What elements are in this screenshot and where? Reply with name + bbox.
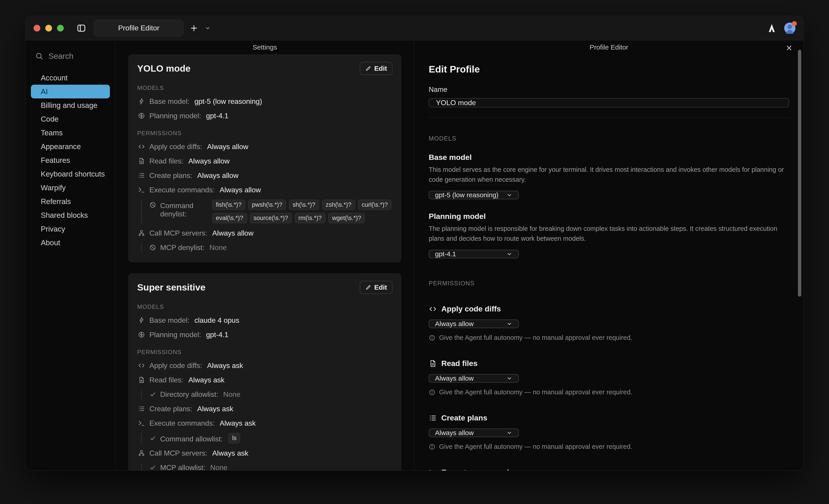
sidebar-item-about[interactable]: About — [26, 236, 115, 250]
edit-button-label: Edit — [374, 65, 387, 72]
tab-list-chevron-icon[interactable] — [205, 25, 211, 31]
sidebar-item-ai[interactable]: AI — [31, 85, 110, 99]
models-section-label: MODELS — [137, 303, 392, 310]
sidebar-item-teams[interactable]: Teams — [26, 126, 115, 140]
base-model-row: Base model: gpt-5 (low reasoning) — [137, 97, 392, 106]
permission-row: Read files: Always allow — [137, 156, 392, 166]
permission-row: Call MCP servers: Always ask — [137, 448, 392, 458]
planning-model-select[interactable]: gpt-4.1 — [429, 250, 519, 258]
tab-title: Profile Editor — [118, 24, 159, 32]
avatar-person-body — [786, 30, 793, 34]
sidebar-item-features[interactable]: Features — [26, 153, 115, 167]
command-allowlist-row: Command allowlist: ls — [141, 433, 392, 443]
regex-chip: source(\s.*)? — [250, 213, 292, 223]
profile-card-title: YOLO mode — [137, 62, 190, 74]
sidebar-nav: Account AI Billing and usage Code Teams … — [26, 71, 115, 250]
brain-icon — [137, 331, 146, 338]
settings-scroll-area[interactable]: YOLO mode Edit MODELS Base model: gpt-5 … — [128, 54, 401, 470]
profile-card-super-sensitive: Super sensitive Edit MODELS Base model: … — [128, 273, 401, 470]
sidebar-item-privacy[interactable]: Privacy — [26, 222, 115, 236]
command-allowlist-chips: ls — [228, 433, 240, 443]
app-window: Profile Editor Account AI Billing and us… — [25, 16, 804, 471]
base-model-value: gpt-5 (low reasoning) — [194, 97, 262, 106]
sidebar-search[interactable] — [26, 51, 115, 61]
brain-icon — [137, 112, 146, 119]
window-controls — [34, 25, 64, 32]
new-tab-button[interactable] — [189, 24, 199, 33]
create-plans-select[interactable]: Always allow — [429, 429, 519, 437]
profile-name-field[interactable] — [429, 98, 789, 107]
base-model-select[interactable]: gpt-5 (low reasoning) — [429, 191, 519, 199]
profile-name-input[interactable] — [436, 99, 782, 107]
read-files-select[interactable]: Always allow — [429, 374, 519, 383]
mcp-allowlist-row: MCP allowlist: None — [141, 463, 392, 470]
regex-chip: eval(\s.*)? — [212, 213, 247, 223]
regex-chip: wget(\s.*)? — [328, 213, 365, 223]
chevron-down-icon — [506, 192, 512, 198]
permission-row: Call MCP servers: Always allow — [137, 228, 392, 238]
file-icon — [137, 157, 146, 165]
regex-chip: rm(\s.*)? — [295, 213, 326, 223]
code-icon — [137, 362, 146, 369]
profile-editor-panel: Profile Editor Edit Profile Name MODELS … — [414, 40, 803, 470]
check-icon — [149, 391, 156, 398]
list-icon — [429, 414, 437, 422]
sidebar-item-billing[interactable]: Billing and usage — [26, 99, 115, 112]
sidebar-item-shared-blocks[interactable]: Shared blocks — [26, 208, 115, 222]
tab-profile-editor[interactable]: Profile Editor — [94, 20, 184, 36]
check-icon — [149, 464, 156, 470]
sidebar-item-keyboard-shortcuts[interactable]: Keyboard shortcuts — [26, 167, 115, 181]
zoom-window-button[interactable] — [57, 25, 64, 32]
close-window-button[interactable] — [34, 25, 40, 32]
file-icon — [429, 359, 437, 367]
sidebar-item-account[interactable]: Account — [26, 71, 115, 85]
toggle-sidebar-icon[interactable] — [76, 23, 86, 33]
settings-panel: Settings YOLO mode Edit MODELS Base mod — [115, 40, 414, 470]
sidebar-item-appearance[interactable]: Appearance — [26, 140, 115, 153]
list-icon — [137, 172, 146, 179]
apply-code-diffs-select[interactable]: Always allow — [429, 320, 519, 328]
info-icon — [429, 389, 435, 396]
execute-commands-group: Execute commands — [429, 468, 789, 470]
planning-model-selected-value: gpt-4.1 — [435, 250, 456, 258]
user-avatar[interactable] — [784, 23, 795, 34]
terminal-icon — [137, 186, 146, 193]
permission-row: Create plans: Always allow — [137, 171, 392, 180]
lightning-icon — [137, 317, 146, 324]
ban-icon — [149, 244, 156, 251]
planning-model-label: Planning model: — [149, 112, 201, 120]
base-model-description: This model serves as the core engine for… — [429, 165, 789, 184]
command-denylist-chips: fish(\s.*)? pwsh(\s.*)? sh(\s.*)? zsh(\s… — [212, 200, 392, 223]
editor-scrollbar[interactable] — [798, 50, 801, 297]
regex-chip: fish(\s.*)? — [212, 200, 245, 210]
search-input[interactable] — [48, 51, 105, 61]
apply-code-diffs-group: Apply code diffs — [429, 304, 789, 313]
chevron-down-icon — [506, 375, 512, 382]
models-section-label: MODELS — [137, 84, 392, 92]
sidebar-item-referrals[interactable]: Referrals — [26, 194, 115, 208]
profile-editor-header: Profile Editor — [589, 43, 628, 51]
sidebar-item-code[interactable]: Code — [26, 112, 115, 126]
permission-row: Apply code diffs: Always allow — [137, 142, 392, 151]
planning-model-description: The planning model is responsible for br… — [429, 224, 789, 244]
chevron-down-icon — [506, 430, 512, 436]
edit-profile-title: Edit Profile — [429, 64, 789, 75]
permission-info: Give the Agent full autonomy — no manual… — [429, 443, 789, 451]
permission-row: Execute commands: Always allow — [137, 185, 392, 194]
edit-profile-button[interactable]: Edit — [360, 62, 392, 75]
profile-card-title: Super sensitive — [137, 281, 206, 293]
permission-info: Give the Agent full autonomy — no manual… — [429, 389, 789, 396]
base-model-field-label: Base model — [429, 153, 789, 162]
titlebar: Profile Editor — [26, 16, 803, 40]
list-icon — [137, 405, 146, 412]
terminal-icon — [137, 420, 146, 427]
pencil-icon — [365, 65, 371, 72]
minimize-window-button[interactable] — [45, 25, 52, 32]
edit-profile-button[interactable]: Edit — [360, 281, 392, 294]
permission-row: Read files: Always ask — [137, 375, 392, 385]
sidebar-item-warpify[interactable]: Warpify — [26, 181, 115, 194]
info-icon — [429, 443, 435, 450]
notification-dot — [792, 21, 797, 26]
close-icon[interactable] — [785, 43, 794, 52]
search-icon — [35, 52, 43, 60]
